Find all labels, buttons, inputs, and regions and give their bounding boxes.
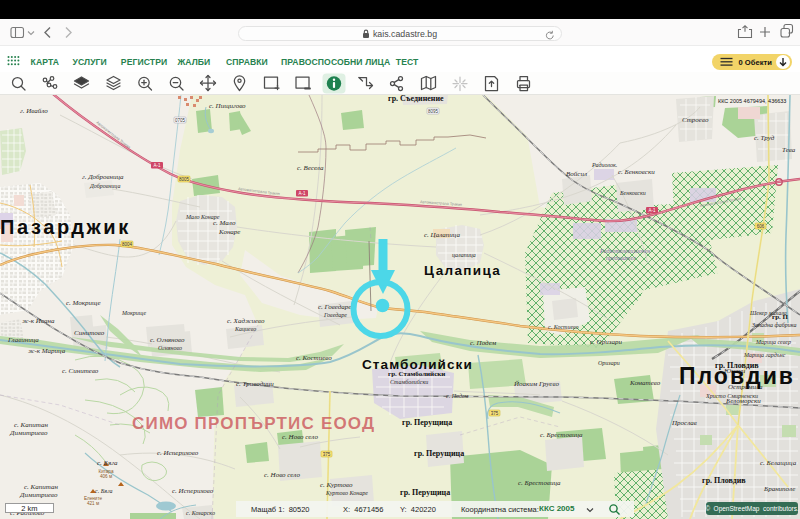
svg-text:8004: 8004 xyxy=(122,242,133,247)
svg-text:с. Исперихово: с. Исперихово xyxy=(157,449,199,457)
svg-text:с. Брестовица: с. Брестовица xyxy=(518,479,561,487)
svg-text:Куртово Конаре: Куртово Конаре xyxy=(325,490,368,496)
svg-text:Говедаре: Говедаре xyxy=(323,312,347,318)
svg-text:0 Обекти: 0 Обекти xyxy=(739,57,773,66)
svg-text:Синитово: Синитово xyxy=(74,329,105,337)
svg-text:ККС 2005 4679494, 436633: ККС 2005 4679494, 436633 xyxy=(718,98,786,104)
svg-text:Огняново: Огняново xyxy=(158,345,182,351)
svg-text:с. Брестовица: с. Брестовица xyxy=(540,431,583,439)
svg-text:Кациево: Кациево xyxy=(234,326,256,332)
svg-text:8005: 8005 xyxy=(179,177,190,182)
svg-text:с. Говедаре: с. Говедаре xyxy=(318,303,351,311)
svg-text:с. Ново село: с. Ново село xyxy=(264,471,300,479)
svg-text:гр. Перущица: гр. Перущица xyxy=(414,449,464,458)
svg-text:с. Мокрище: с. Мокрище xyxy=(66,299,101,307)
svg-text:с. Огняново: с. Огняново xyxy=(150,336,185,344)
svg-text:Йоаким Груево: Йоаким Груево xyxy=(513,380,559,388)
svg-text:гр. Перущица: гр. Перущица xyxy=(402,418,452,427)
svg-text:А-1: А-1 xyxy=(648,208,656,213)
svg-text:предавател: предавател xyxy=(606,255,636,261)
svg-text:Пловдив: Пловдив xyxy=(679,363,795,389)
svg-text:Прослав: Прослав xyxy=(671,419,697,427)
svg-text:Браниполе: Браниполе xyxy=(763,485,795,493)
svg-text:гр. Перущица: гр. Перущица xyxy=(400,488,450,497)
svg-text:с. Подем: с. Подем xyxy=(470,339,497,347)
svg-text:Главиница: Главиница xyxy=(7,336,39,344)
svg-text:с. Оризари: с. Оризари xyxy=(590,338,622,346)
svg-text:Стамболийски: Стамболийски xyxy=(390,379,428,385)
svg-text:с. Белащица: с. Белащица xyxy=(760,459,797,467)
svg-text:Радиотелевизионен: Радиотелевизионен xyxy=(599,248,650,254)
svg-text:с. Синитево: с. Синитево xyxy=(62,367,99,375)
svg-text:А-1: А-1 xyxy=(298,191,306,196)
svg-text:СИМО ПРОПЪРТИС ЕООД: СИМО ПРОПЪРТИС ЕООД xyxy=(132,414,375,433)
svg-text:с. Триводици: с. Триводици xyxy=(236,380,274,388)
svg-text:Марица гардънс: Марица гардънс xyxy=(743,352,786,358)
svg-text:гр. Пловдив: гр. Пловдив xyxy=(702,476,746,485)
svg-text:Цалапица: Цалапица xyxy=(424,263,501,278)
svg-text:гр. Съединение: гр. Съединение xyxy=(388,95,444,103)
svg-text:Стамболийски: Стамболийски xyxy=(362,357,473,372)
svg-text:Димитриево: Димитриево xyxy=(19,491,58,499)
svg-text:с. Костиево: с. Костиево xyxy=(548,324,579,330)
svg-text:Бенковски: Бенковски xyxy=(619,190,646,196)
svg-text:Западна фабрика: Западна фабрика xyxy=(752,322,796,328)
svg-text:г. Добровница: г. Добровница xyxy=(82,173,124,181)
svg-text:с. Костиево: с. Костиево xyxy=(296,354,332,362)
svg-text:с. Бяга: с. Бяга xyxy=(97,459,118,467)
svg-text:Радиолок.: Радиолок. xyxy=(591,162,617,168)
svg-text:Мокрище: Мокрище xyxy=(121,310,146,316)
svg-text:с. Труд: с. Труд xyxy=(754,134,775,142)
svg-text:с. Мало: с. Мало xyxy=(213,219,236,227)
svg-text:с. Ново село: с. Ново село xyxy=(282,433,318,441)
svg-text:с. Капитан: с. Капитан xyxy=(14,421,48,429)
svg-text:406 м: 406 м xyxy=(100,474,112,479)
svg-text:с. Цалапица: с. Цалапица xyxy=(424,231,460,239)
svg-text:Коматево: Коматево xyxy=(629,379,661,387)
svg-text:ж-к Марица: ж-к Марица xyxy=(28,347,66,355)
svg-text:Тева: Тева xyxy=(782,146,796,154)
svg-text:375: 375 xyxy=(491,411,499,416)
svg-text:8095: 8095 xyxy=(428,109,439,114)
svg-text:606: 606 xyxy=(757,224,765,229)
svg-text:Димитриево: Димитриево xyxy=(9,429,48,437)
svg-text:с. Исперихово: с. Исперихово xyxy=(172,487,214,495)
svg-text:0705: 0705 xyxy=(175,118,186,123)
svg-text:Пазарджик: Пазарджик xyxy=(0,216,131,238)
svg-text:цалапица: цалапица xyxy=(452,252,476,258)
svg-text:гр. П: гр. П xyxy=(772,313,789,321)
svg-text:с. Куртово: с. Куртово xyxy=(320,481,353,489)
svg-text:ж-к Ивана: ж-к Ивана xyxy=(22,317,55,325)
svg-text:Марица север: Марица север xyxy=(755,339,791,345)
svg-text:Беломорски: Беломорски xyxy=(725,397,761,405)
svg-text:с. Пищигово: с. Пищигово xyxy=(209,102,246,110)
svg-text:375: 375 xyxy=(323,452,331,457)
svg-text:с. Бяга: с. Бяга xyxy=(95,488,112,494)
svg-text:Войсил: Войсил xyxy=(566,170,587,178)
svg-text:с. Подем: с. Подем xyxy=(446,393,469,399)
svg-text:с. Весела: с. Весела xyxy=(297,164,324,172)
svg-text:г. Ивайло: г. Ивайло xyxy=(20,107,48,115)
svg-text:Оризари: Оризари xyxy=(598,360,620,366)
svg-text:с. Бенковски: с. Бенковски xyxy=(618,168,655,176)
svg-text:с. Хаджиево: с. Хаджиево xyxy=(227,317,265,325)
svg-text:А-1: А-1 xyxy=(153,163,161,168)
svg-text:421 м: 421 м xyxy=(87,501,99,506)
svg-text:с. Козарско: с. Козарско xyxy=(186,510,215,516)
svg-text:Добровница: Добровница xyxy=(89,183,120,189)
svg-text:Конаре: Конаре xyxy=(218,228,240,236)
svg-text:с. Капитан: с. Капитан xyxy=(24,483,58,491)
svg-text:Строево: Строево xyxy=(682,116,709,124)
